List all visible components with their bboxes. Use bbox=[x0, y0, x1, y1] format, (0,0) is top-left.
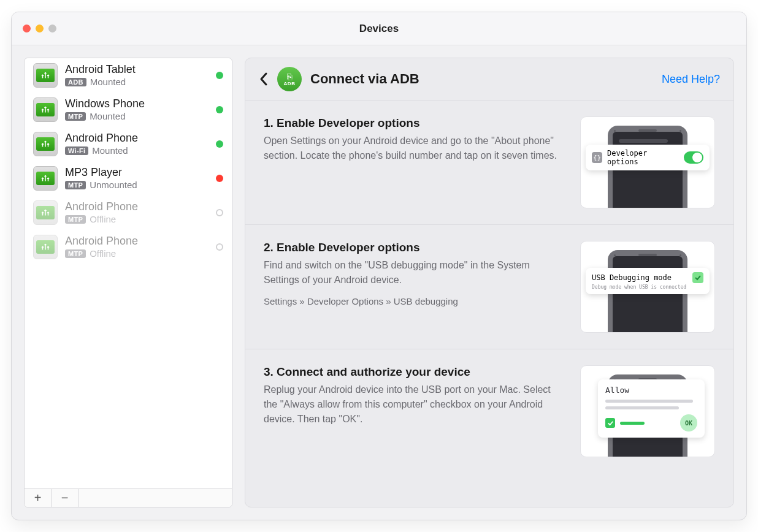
protocol-badge: Wi-Fi bbox=[65, 146, 88, 155]
detail-pane: ⎘ ADB Connect via ADB Need Help? 1. Enab… bbox=[245, 58, 734, 507]
step-text: 1. Enable Developer optionsOpen Settings… bbox=[264, 116, 565, 208]
step-description: Open Settings on your Android device and… bbox=[264, 134, 565, 163]
titlebar: Devices bbox=[12, 12, 746, 45]
device-row[interactable]: MP3 PlayerMTPUnmounted bbox=[25, 161, 232, 196]
back-button[interactable] bbox=[259, 72, 269, 86]
device-row[interactable]: Android PhoneMTPOffline bbox=[25, 230, 232, 264]
device-status-text: Mounted bbox=[92, 145, 128, 156]
app-window: Devices Android TabletADBMountedWindows … bbox=[11, 12, 747, 520]
step-title: 2. Enable Developer options bbox=[264, 241, 565, 254]
minimize-window-button[interactable] bbox=[36, 25, 44, 32]
device-icon bbox=[33, 200, 58, 225]
device-row[interactable]: Android TabletADBMounted bbox=[25, 58, 232, 93]
content-area: Android TabletADBMountedWindows PhoneMTP… bbox=[12, 45, 746, 520]
usb-debug-card: USB Debugging modeDebug mode when USB is… bbox=[586, 268, 710, 294]
add-device-button[interactable]: + bbox=[25, 489, 52, 507]
toggle-on-icon bbox=[684, 151, 703, 164]
authorize-card: AllowOK bbox=[598, 379, 705, 438]
device-status-text: Mounted bbox=[90, 111, 125, 121]
help-link[interactable]: Need Help? bbox=[662, 73, 720, 86]
sidebar-footer: + − bbox=[25, 488, 232, 507]
step-title: 3. Connect and authorize your device bbox=[264, 365, 565, 379]
status-indicator bbox=[216, 106, 223, 113]
step-description: Find and switch on the "USB debugging mo… bbox=[264, 258, 565, 287]
remove-device-button[interactable]: − bbox=[52, 489, 78, 507]
device-status-text: Offline bbox=[90, 214, 116, 224]
allow-label: Allow bbox=[605, 386, 697, 395]
status-indicator bbox=[216, 175, 223, 182]
device-status-text: Offline bbox=[90, 248, 116, 259]
device-icon bbox=[33, 132, 58, 156]
step-illustration: {}Developer options bbox=[580, 116, 715, 208]
adb-icon: ⎘ ADB bbox=[277, 67, 302, 91]
device-sub: MTPUnmounted bbox=[65, 180, 209, 190]
device-name: Windows Phone bbox=[65, 98, 209, 110]
protocol-badge: MTP bbox=[65, 112, 86, 121]
chevron-left-icon bbox=[259, 72, 269, 86]
step-path: Settings » Developer Options » USB debug… bbox=[264, 296, 565, 306]
protocol-badge: MTP bbox=[65, 249, 86, 258]
checkbox-on-icon bbox=[605, 418, 615, 428]
sidebar-footer-spacer bbox=[78, 489, 232, 507]
step-title: 1. Enable Developer options bbox=[264, 116, 565, 130]
device-name: Android Phone bbox=[65, 235, 209, 248]
ok-button-icon: OK bbox=[680, 414, 697, 431]
close-window-button[interactable] bbox=[23, 25, 31, 32]
device-name: Android Phone bbox=[65, 201, 209, 213]
protocol-badge: MTP bbox=[65, 215, 86, 224]
step-text: 3. Connect and authorize your deviceRepl… bbox=[264, 365, 565, 457]
device-status-text: Mounted bbox=[90, 77, 126, 87]
device-text: Android PhoneMTPOffline bbox=[65, 201, 209, 225]
dev-options-card: {}Developer options bbox=[586, 145, 710, 170]
device-icon bbox=[33, 63, 58, 88]
usb-debug-sublabel: Debug mode when USB is connected bbox=[592, 284, 686, 290]
status-indicator bbox=[216, 72, 223, 79]
device-icon bbox=[33, 166, 58, 191]
device-row[interactable]: Android PhoneWi-FiMounted bbox=[25, 127, 232, 161]
device-row[interactable]: Windows PhoneMTPMounted bbox=[25, 93, 232, 127]
device-name: MP3 Player bbox=[65, 167, 209, 179]
window-title: Devices bbox=[359, 23, 399, 35]
step-description: Replug your Android device into the USB … bbox=[264, 382, 565, 427]
device-sub: Wi-FiMounted bbox=[65, 145, 209, 156]
step: 3. Connect and authorize your deviceRepl… bbox=[245, 349, 733, 473]
step: 1. Enable Developer optionsOpen Settings… bbox=[245, 101, 733, 225]
device-list: Android TabletADBMountedWindows PhoneMTP… bbox=[25, 58, 232, 488]
device-text: Windows PhoneMTPMounted bbox=[65, 98, 209, 122]
zoom-window-button[interactable] bbox=[48, 25, 56, 32]
checkbox-on-icon bbox=[692, 272, 703, 283]
device-sidebar: Android TabletADBMountedWindows PhoneMTP… bbox=[24, 58, 232, 507]
detail-header: ⎘ ADB Connect via ADB Need Help? bbox=[245, 58, 733, 101]
device-text: Android PhoneWi-FiMounted bbox=[65, 132, 209, 156]
step-text: 2. Enable Developer optionsFind and swit… bbox=[264, 241, 565, 333]
device-name: Android Tablet bbox=[65, 64, 209, 76]
device-sub: MTPOffline bbox=[65, 248, 209, 259]
braces-icon: {} bbox=[592, 152, 602, 163]
step-illustration: AllowOK bbox=[580, 365, 715, 457]
device-icon bbox=[33, 235, 58, 259]
device-status-text: Unmounted bbox=[90, 180, 137, 190]
usb-debug-label: USB Debugging mode bbox=[592, 273, 672, 282]
device-text: Android PhoneMTPOffline bbox=[65, 235, 209, 259]
device-sub: ADBMounted bbox=[65, 77, 209, 87]
detail-title: Connect via ADB bbox=[310, 71, 419, 87]
protocol-badge: MTP bbox=[65, 181, 86, 189]
steps-list: 1. Enable Developer optionsOpen Settings… bbox=[245, 101, 733, 507]
dev-options-label: Developer options bbox=[607, 149, 679, 166]
status-indicator bbox=[216, 140, 223, 148]
device-name: Android Phone bbox=[65, 132, 209, 145]
device-icon bbox=[33, 97, 58, 122]
status-indicator bbox=[216, 209, 223, 216]
window-controls bbox=[23, 25, 56, 32]
status-indicator bbox=[216, 243, 223, 251]
protocol-badge: ADB bbox=[65, 78, 86, 86]
step: 2. Enable Developer optionsFind and swit… bbox=[245, 225, 733, 349]
device-sub: MTPMounted bbox=[65, 111, 209, 121]
device-row[interactable]: Android PhoneMTPOffline bbox=[25, 196, 232, 230]
step-illustration: AllowUSB Debugging modeDebug mode when U… bbox=[580, 241, 715, 333]
device-text: Android TabletADBMounted bbox=[65, 64, 209, 88]
device-sub: MTPOffline bbox=[65, 214, 209, 224]
device-text: MP3 PlayerMTPUnmounted bbox=[65, 167, 209, 191]
